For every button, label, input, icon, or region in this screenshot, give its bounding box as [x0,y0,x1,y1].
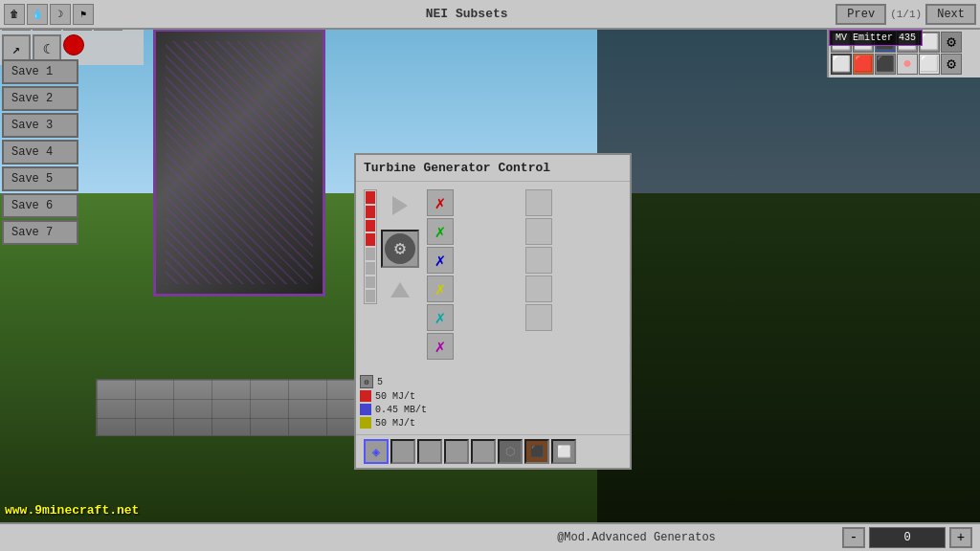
flag-icon[interactable]: ⚑ [73,4,94,25]
slot-item-4[interactable] [444,439,469,464]
left-toolbar: 🗑 💧 ◑ 🌙 ↗ ☾ Save 1 Save 2 Save 3 Save 4 … [0,0,144,551]
dialog-title: Turbine Generator Control [356,155,630,182]
save-4-button[interactable]: Save 4 [2,140,78,165]
nav-count: (1/1) [890,9,922,20]
stat-row-2: 50 MJ/t [360,390,626,402]
yellow-stat-icon [360,417,371,429]
x-icon-blue: ✗ [435,250,446,271]
slot-item-6[interactable]: ⬡ [498,439,523,464]
prev-button[interactable]: Prev [835,4,886,25]
redstone-bar [364,189,377,304]
save-5-button[interactable]: Save 5 [2,166,78,191]
stat-row-1: ⚙ 5 [360,375,626,388]
spacer [525,304,552,331]
machine-structure [153,29,325,297]
mod-label: @Mod.Advanced Generatos [431,531,842,544]
top-bar-icons: 🗑 💧 ☽ ⚑ [0,2,98,27]
crescent-icon[interactable]: ☽ [50,4,71,25]
stat-row-4: 50 MJ/t [360,417,626,429]
x-icon-yellow: ✗ [435,278,446,299]
bottom-slots: ◈ ⬡ ⬛ ⬜ [356,434,630,468]
turbine-dialog: Turbine Generator Control [354,153,632,470]
red-dot-indicator [63,34,84,55]
top-bar: 🗑 💧 ☽ ⚑ NEI Subsets Prev (1/1) Next [0,0,980,30]
redstone-seg [366,206,375,218]
x-icon-cyan: ✗ [435,307,446,328]
watermark: www.9minecraft.net [5,503,139,518]
stat-value-1: 5 [377,377,383,387]
dialog-right: ✗ ✗ ✗ ✗ ✗ ✗ [427,189,622,364]
slot-item-2[interactable] [390,439,415,464]
save-6-button[interactable]: Save 6 [2,193,78,218]
slot-item-8[interactable]: ⬜ [551,439,576,464]
nei-item[interactable]: 🟥 [853,54,874,75]
color-x-grid: ✗ ✗ ✗ ✗ ✗ ✗ [427,189,622,360]
nei-item[interactable]: ⬛ [875,54,896,75]
slot-item-5[interactable] [471,439,496,464]
redstone-seg [366,191,375,204]
redstone-seg-empty [366,276,375,289]
water-icon[interactable]: 💧 [27,4,48,25]
color-x-green[interactable]: ✗ [427,218,454,245]
red-stat-icon [360,390,371,402]
save-2-button[interactable]: Save 2 [2,86,78,111]
redstone-seg-empty [366,262,375,275]
color-x-blue[interactable]: ✗ [427,247,454,274]
minus-button[interactable]: - [842,527,865,548]
blue-stat-icon [360,404,371,415]
color-x-red[interactable]: ✗ [427,189,454,216]
dialog-body: ⚙ ✗ ✗ ✗ [356,182,630,371]
value-input[interactable] [869,527,946,548]
nav-section: Prev (1/1) Next [835,4,980,25]
redstone-seg-empty [366,290,375,302]
nei-item[interactable]: ⚙ [941,54,962,75]
stats-area: ⚙ 5 50 MJ/t 0.45 MB/t 50 MJ/t [356,371,630,434]
slot-item-3[interactable] [417,439,442,464]
slot-item-1[interactable]: ◈ [364,439,389,464]
nei-item[interactable]: ⚙ [941,32,962,53]
arrow-up-icon [390,282,410,298]
save-3-button[interactable]: Save 3 [2,113,78,138]
dialog-left: ⚙ [364,189,419,364]
spacer [525,276,552,302]
stat-row-3: 0.45 MB/t [360,404,626,415]
spacer [525,189,552,216]
save-1-button[interactable]: Save 1 [2,59,78,84]
nei-item[interactable]: ⬜ [919,54,940,75]
redstone-seg [366,233,375,246]
stat-value-3: 0.45 MB/t [375,405,427,415]
bottom-bar: @Mod.Advanced Generatos - + [0,522,980,551]
nei-item[interactable]: ⬜ [831,54,852,75]
nei-subsets-title: NEI Subsets [98,7,835,21]
nei-item[interactable]: ● [897,54,918,75]
stat-value-4: 50 MJ/t [375,418,415,429]
nei-row-2: ⬜ 🟥 ⬛ ● ⬜ ⚙ [831,54,978,75]
color-x-purple[interactable]: ✗ [427,333,454,360]
turbine-icon: ⚙ [385,233,415,264]
dark-overlay [597,0,980,551]
next-button[interactable]: Next [925,4,976,25]
save-7-button[interactable]: Save 7 [2,220,78,245]
spacer [525,218,552,245]
stat-value-2: 50 MJ/t [375,391,415,402]
color-x-cyan[interactable]: ✗ [427,304,454,331]
redstone-seg [366,220,375,232]
save-buttons: Save 1 Save 2 Save 3 Save 4 Save 5 Save … [0,57,80,247]
item-tooltip: MV Emitter 435 [829,30,923,46]
arrows-area: ⚙ [381,189,419,304]
slot-item-7[interactable]: ⬛ [524,439,549,464]
gear-stat-icon: ⚙ [360,375,373,388]
turbine-slot[interactable]: ⚙ [381,230,419,268]
x-icon-purple: ✗ [435,336,446,357]
plus-button[interactable]: + [949,527,972,548]
x-icon-green: ✗ [435,221,446,242]
x-icon-red: ✗ [435,192,446,213]
trash-icon[interactable]: 🗑 [4,4,25,25]
spacer [525,247,552,274]
redstone-seg-empty [366,248,375,260]
color-x-yellow[interactable]: ✗ [427,276,454,302]
bottom-controls: - + [842,527,980,548]
arrow-right-icon [392,196,408,215]
